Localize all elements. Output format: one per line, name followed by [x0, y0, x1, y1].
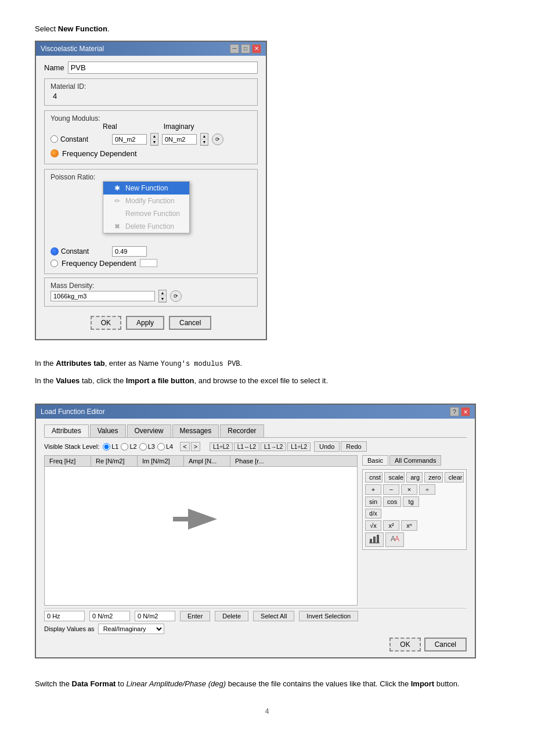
context-delete-function[interactable]: ✖ Delete Function — [103, 220, 189, 233]
calc-plus[interactable]: + — [365, 484, 381, 495]
mass-density-spin[interactable]: ▲ ▼ — [158, 290, 167, 303]
rhs-tab-basic[interactable]: Basic — [362, 455, 388, 466]
rhs-tabs: Basic All Commands — [362, 455, 467, 466]
th-im: Im [N/m2] — [138, 456, 184, 466]
stack-l2-radio[interactable] — [121, 443, 128, 451]
svg-rect-0 — [370, 539, 372, 543]
poisson-legend: Poisson Ratio: — [48, 173, 251, 181]
mass-density-row: ▲ ▼ ⟳ — [50, 290, 251, 303]
mass-spin-down[interactable]: ▼ — [159, 296, 166, 302]
lfe-im-input[interactable] — [135, 611, 175, 621]
stack-l2-label[interactable]: L2 — [121, 443, 136, 451]
vm-name-label: Name — [44, 63, 64, 72]
young-modulus-legend: Young Modulus: — [48, 114, 251, 123]
calc-clear[interactable]: clear — [445, 472, 464, 483]
lfe-invert-btn[interactable]: Invert Selection — [299, 611, 358, 621]
calc-cnst[interactable]: cnst — [365, 472, 383, 483]
lfe-ok-btn[interactable]: OK — [389, 638, 420, 651]
poisson-constant-row: Constant 0.49 — [50, 246, 251, 257]
calc-minus[interactable]: − — [383, 484, 399, 495]
stack-l3-radio[interactable] — [139, 443, 147, 451]
calc-cos[interactable]: cos — [383, 496, 401, 507]
stack-l1-label[interactable]: L1 — [103, 443, 118, 451]
tab-recorder[interactable]: Recorder — [220, 424, 264, 437]
calc-sqrt[interactable]: √x — [365, 520, 381, 531]
real-spin-up[interactable]: ▲ — [151, 134, 158, 139]
stack-next-btn[interactable]: > — [191, 442, 200, 451]
mass-density-circle-btn[interactable]: ⟳ — [170, 290, 182, 302]
calc-divide[interactable]: ÷ — [419, 484, 435, 495]
calc-power[interactable]: xⁿ — [401, 520, 417, 531]
vm-apply-button[interactable]: Apply — [126, 316, 164, 330]
lfe-table-area: Freq [Hz] Re [N/m2] Im [N/m2] Ampl [N...… — [44, 455, 358, 606]
real-value-input[interactable]: 0N_m2 — [112, 134, 147, 145]
l-stack-btn-1[interactable]: L1÷L2 — [210, 442, 233, 451]
new-function-icon: ✱ — [113, 184, 122, 192]
display-select[interactable]: Real/Imaginary Amplitude/Phase — [98, 624, 164, 634]
stack-l4-label[interactable]: L4 — [157, 443, 173, 451]
calc-text-icon[interactable]: A A — [385, 532, 404, 547]
stack-l4-radio[interactable] — [157, 443, 165, 451]
context-modify-function[interactable]: ✏ Modify Function — [103, 195, 189, 207]
lfe-titlebar-controls: ? ✕ — [450, 407, 470, 416]
calc-zero[interactable]: zero — [424, 472, 442, 483]
tab-values[interactable]: Values — [90, 424, 126, 437]
remove-function-icon — [113, 210, 122, 218]
vm-minimize-btn[interactable]: ─ — [230, 44, 239, 53]
imaginary-spin-btn[interactable]: ▲ ▼ — [200, 133, 208, 146]
context-new-function[interactable]: ✱ New Function — [103, 182, 189, 195]
calc-scale[interactable]: scale — [384, 472, 405, 483]
lfe-delete-btn[interactable]: Delete — [215, 611, 248, 621]
lfe-cancel-btn[interactable]: Cancel — [424, 638, 467, 651]
lfe-close-btn[interactable]: ✕ — [461, 407, 470, 416]
imaginary-spin-down[interactable]: ▼ — [201, 139, 208, 145]
poisson-freq-radio[interactable] — [50, 260, 58, 267]
imaginary-spin-up[interactable]: ▲ — [201, 134, 208, 139]
tab-attributes[interactable]: Attributes — [44, 424, 89, 437]
redo-btn[interactable]: Redo — [341, 441, 366, 452]
vm-maximize-btn[interactable]: □ — [241, 44, 250, 53]
l-stack-btn-3[interactable]: L1→L2 — [261, 442, 286, 451]
lfe-help-btn[interactable]: ? — [450, 407, 459, 416]
lfe-rhs-panel: Basic All Commands cnst scale arg zero c… — [362, 455, 467, 606]
instruction-3: In the Values tab, click the Import a fi… — [35, 375, 499, 387]
mass-spin-up[interactable]: ▲ — [159, 290, 166, 296]
poisson-constant-radio-label[interactable]: Constant — [50, 247, 109, 255]
calc-arg[interactable]: arg — [406, 472, 423, 483]
lfe-enter-btn[interactable]: Enter — [180, 611, 210, 621]
calc-square[interactable]: x² — [383, 520, 399, 531]
context-remove-function[interactable]: Remove Function — [103, 207, 189, 220]
vm-ok-button[interactable]: OK — [91, 316, 121, 330]
calc-chart-icon[interactable] — [365, 532, 384, 547]
l-stack-btn-2[interactable]: L1↔L2 — [234, 442, 259, 451]
vm-close-btn[interactable]: ✕ — [252, 44, 261, 53]
lfe-select-all-btn[interactable]: Select All — [253, 611, 294, 621]
tab-messages[interactable]: Messages — [172, 424, 219, 437]
constant-radio[interactable] — [50, 135, 58, 143]
lfe-re-input[interactable] — [89, 611, 130, 621]
rhs-tab-all[interactable]: All Commands — [389, 455, 442, 466]
real-spin-down[interactable]: ▼ — [151, 139, 158, 145]
imaginary-circle-btn[interactable]: ⟳ — [212, 134, 223, 145]
lfe-stack-row: Visible Stack Level: L1 L2 L3 L4 < > — [44, 441, 467, 452]
vm-name-input[interactable] — [68, 62, 258, 74]
l-stack-btn-4[interactable]: L1÷L2 — [287, 442, 311, 451]
calc-sin[interactable]: sin — [365, 496, 381, 507]
poisson-real-input[interactable]: 0.49 — [112, 246, 147, 257]
calc-tg[interactable]: tg — [403, 496, 419, 507]
vm-cancel-button[interactable]: Cancel — [169, 316, 211, 330]
undo-btn[interactable]: Undo — [314, 441, 340, 452]
constant-radio-label[interactable]: Constant — [50, 135, 109, 143]
stack-l3-label[interactable]: L3 — [139, 443, 155, 451]
tab-overview[interactable]: Overview — [127, 424, 171, 437]
imaginary-value-input[interactable]: 0N_m2 — [162, 134, 197, 145]
mass-density-input[interactable] — [50, 291, 155, 301]
calc-multiply[interactable]: × — [401, 484, 417, 495]
calc-dx[interactable]: d/x — [365, 509, 381, 519]
stack-l1-radio[interactable] — [103, 443, 110, 451]
lfe-table-body — [44, 466, 358, 606]
stack-prev-btn[interactable]: < — [180, 442, 189, 451]
real-spin-btn[interactable]: ▲ ▼ — [150, 133, 158, 146]
modify-function-label: Modify Function — [125, 197, 175, 205]
lfe-freq-input[interactable] — [44, 611, 85, 621]
